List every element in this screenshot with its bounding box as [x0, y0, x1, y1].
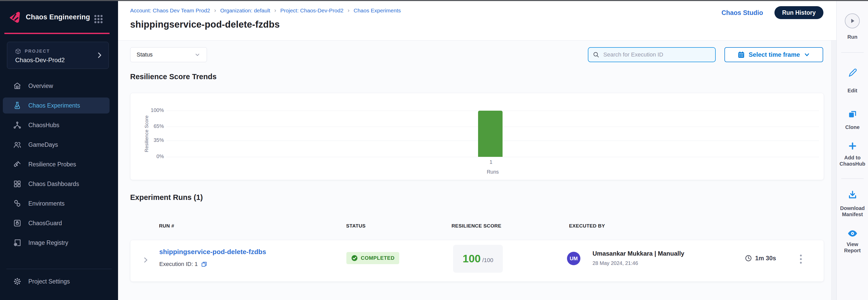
breadcrumb-organization-link[interactable]: Organization: default	[220, 7, 270, 14]
sidebar-item-project-settings[interactable]: Project Settings	[0, 272, 118, 291]
download-manifest-label: Download Manifest	[838, 205, 867, 217]
column-header-status: STATUS	[346, 223, 366, 229]
clone-button[interactable]	[837, 109, 868, 120]
lock-box-icon	[13, 219, 22, 227]
action-rail: Run Edit Clone Add to ChaosHub Download …	[836, 0, 868, 300]
run-label: Run	[838, 34, 867, 40]
resilience-score-box: 100 /100	[453, 245, 503, 273]
sidebar-item-label: Chaos Dashboards	[28, 181, 79, 187]
chart-y-tick: 35%	[135, 137, 164, 143]
gear-icon	[13, 277, 22, 286]
people-icon	[13, 141, 22, 149]
sidebar-item-resilience-probes[interactable]: Resilience Probes	[0, 154, 118, 174]
expand-row-chevron-icon[interactable]	[142, 256, 150, 264]
resilience-score-trends-chart: Resilience Score 100% 65% 35% 0% 1 Runs	[130, 93, 824, 180]
view-report-label: View Report	[838, 241, 867, 253]
sidebar: Chaos Engineering PROJECT Chaos-Dev-Prod…	[0, 0, 118, 300]
page-title: shippingservice-pod-delete-fzdbs	[130, 19, 280, 30]
breadcrumb-project-link[interactable]: Project: Chaos-Dev-Prod2	[280, 7, 344, 14]
check-circle-icon	[351, 254, 358, 262]
breadcrumb-separator: ›	[274, 7, 276, 14]
column-header-executed-by: EXECUTED BY	[569, 223, 605, 229]
chart-y-tick: 100%	[135, 107, 164, 113]
run-history-button[interactable]: Run History	[774, 6, 824, 19]
sidebar-divider	[6, 269, 112, 269]
resilience-score-value: 100	[463, 252, 480, 265]
search-input[interactable]	[603, 51, 711, 58]
plus-icon	[848, 141, 857, 151]
home-icon	[13, 82, 22, 90]
main-content: Status Select time frame Resilience Scor…	[118, 40, 836, 300]
column-header-resilience-score: RESILIENCE SCORE	[452, 223, 501, 229]
sidebar-item-chaos-dashboards[interactable]: Chaos Dashboards	[0, 174, 118, 194]
sidebar-item-chaosguard[interactable]: ChaosGuard	[0, 213, 118, 233]
sidebar-item-label: Resilience Probes	[28, 161, 76, 168]
project-label: PROJECT	[25, 49, 50, 54]
flask-icon	[13, 101, 22, 110]
download-manifest-button[interactable]	[837, 190, 868, 200]
row-options-menu-icon[interactable]	[798, 252, 804, 266]
chevron-down-icon	[194, 52, 200, 58]
page-header: Account: Chaos Dev Team Prod2 › Organiza…	[118, 0, 836, 40]
pencil-icon	[848, 68, 858, 78]
run-duration: 1m 30s	[755, 254, 776, 262]
project-name: Chaos-Dev-Prod2	[15, 57, 65, 64]
run-button[interactable]	[845, 13, 860, 28]
status-badge-label: COMPLETED	[361, 255, 395, 261]
play-icon	[849, 18, 856, 24]
runs-table-header: RUN # STATUS RESILIENCE SCORE EXECUTED B…	[118, 223, 836, 231]
sidebar-item-environments[interactable]: Environments	[0, 194, 118, 213]
hub-network-icon	[13, 121, 22, 129]
avatar: UM	[567, 252, 580, 265]
sidebar-item-label: ChaosGuard	[28, 220, 62, 227]
chart-gridline	[166, 157, 819, 157]
app-switcher-grid-icon[interactable]	[94, 14, 103, 24]
executed-by-name: Umasankar Mukkara | Manually	[592, 250, 684, 257]
sidebar-item-chaoshubs[interactable]: ChaosHubs	[0, 115, 118, 135]
resilience-score-total: /100	[482, 257, 493, 264]
calendar-icon	[737, 51, 745, 59]
edit-button[interactable]	[837, 68, 868, 78]
chart-x-tick: 1	[468, 159, 514, 165]
sidebar-item-overview[interactable]: Overview	[0, 76, 118, 96]
sidebar-item-label: Overview	[28, 83, 53, 90]
sidebar-item-gamedays[interactable]: GameDays	[0, 135, 118, 154]
select-time-frame-button[interactable]: Select time frame	[724, 47, 823, 62]
clone-icon	[847, 109, 858, 120]
sidebar-item-label: Chaos Experiments	[28, 102, 80, 109]
hexagons-icon	[13, 200, 22, 208]
chart-x-axis-title: Runs	[166, 169, 819, 175]
clock-icon	[745, 254, 752, 262]
view-report-button[interactable]	[837, 228, 868, 239]
run-table-row: shippingservice-pod-delete-fzdbs Executi…	[130, 240, 824, 282]
project-selector[interactable]: PROJECT Chaos-Dev-Prod2	[7, 42, 109, 69]
chaos-studio-link[interactable]: Chaos Studio	[722, 9, 763, 17]
status-badge: COMPLETED	[346, 252, 399, 264]
run-name-link[interactable]: shippingservice-pod-delete-fzdbs	[159, 248, 266, 256]
file-gear-icon	[13, 239, 22, 247]
app-logo-row: Chaos Engineering	[7, 10, 90, 24]
chevron-down-icon	[804, 51, 810, 58]
brand-accent-bar	[4, 33, 110, 34]
chevron-right-icon	[96, 51, 103, 59]
add-to-chaoshub-button[interactable]	[837, 141, 868, 151]
sidebar-item-label: Image Registry	[28, 239, 68, 246]
copy-icon[interactable]	[201, 261, 208, 268]
vertical-scrollbar[interactable]	[831, 40, 836, 300]
sidebar-item-label: Project Settings	[28, 278, 70, 285]
breadcrumb-separator: ›	[348, 7, 349, 14]
breadcrumb-chaos-experiments-link[interactable]: Chaos Experiments	[353, 7, 401, 14]
chart-y-tick: 65%	[135, 123, 164, 129]
sidebar-item-chaos-experiments[interactable]: Chaos Experiments	[0, 96, 118, 115]
status-filter-label: Status	[136, 51, 153, 58]
bar-run-1[interactable]	[478, 111, 502, 157]
breadcrumb-account-link[interactable]: Account: Chaos Dev Team Prod2	[130, 7, 210, 14]
sidebar-item-image-registry[interactable]: Image Registry	[0, 233, 118, 252]
chaos-engineering-logo-icon	[7, 10, 22, 24]
status-filter-dropdown[interactable]: Status	[130, 47, 207, 62]
execution-id-label: Execution ID: 1	[159, 261, 198, 268]
cube-icon	[15, 48, 21, 54]
test-tube-icon	[13, 160, 22, 169]
select-time-frame-label: Select time frame	[749, 51, 800, 58]
edit-label: Edit	[838, 88, 867, 94]
